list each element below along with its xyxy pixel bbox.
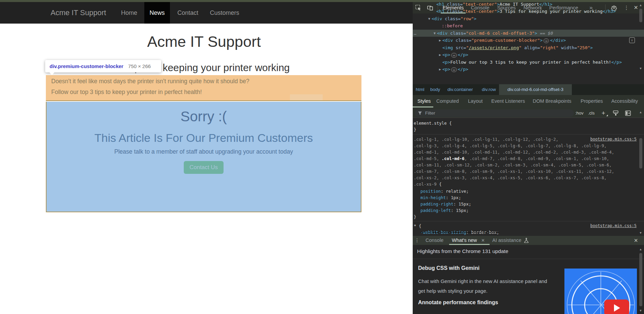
filter-funnel-icon (418, 111, 423, 116)
styles-scrollbar-thumb[interactable] (639, 138, 642, 168)
breadcrumb-div-row[interactable]: div.row (482, 84, 496, 95)
new-style-rule-corner (606, 115, 608, 116)
breadcrumb-html[interactable]: html (416, 84, 425, 95)
reveal-element-icon[interactable]: ↥ (629, 37, 635, 43)
dom-node-col-md-6-selected[interactable]: …▼<div class="col-md-6 col-md-offset-3">… (413, 30, 644, 37)
premium-customer-blocker: Sorry :( This Article Is For Our Premium… (46, 102, 361, 212)
contact-us-button[interactable]: Contact Us (184, 161, 224, 174)
cls-toggle[interactable]: .cls (588, 108, 595, 118)
dom-node-before-pseudo[interactable]: ::before (413, 22, 644, 29)
tree-scrollbar-thumb[interactable] (639, 9, 642, 22)
close-drawer-icon[interactable]: ✕ (633, 236, 639, 245)
tab-accessibility[interactable]: Accessibility (611, 95, 638, 107)
blocker-message: Please talk to a member of staff about u… (47, 148, 361, 155)
drawer-tab-whats-new[interactable]: What's new (452, 236, 477, 245)
nav-item-customers[interactable]: Customers (206, 2, 243, 24)
css-declaration-padding-left[interactable]: padding-left: 15px; (420, 207, 469, 214)
whats-new-title: Highlights from the Chrome 131 update (417, 248, 508, 254)
gutter-more-icon[interactable]: … (414, 30, 416, 37)
drawer-tab-console[interactable]: Console (426, 236, 443, 245)
css-declaration-box-sizing-overridden[interactable]: -webkit-box-sizing: border-box; (420, 229, 499, 236)
scroll-up-icon[interactable]: ▲ (638, 111, 643, 114)
dom-node-div-row[interactable]: ▼<div class="row"> (413, 15, 644, 22)
scroll-down-icon[interactable]: ▼ (638, 309, 643, 312)
elements-tree: <h1 class="text-center">Acme IT Support<… (413, 2, 644, 73)
inspect-tooltip-selector: div.premium-customer-blocker (50, 63, 123, 69)
rendering-brush-icon[interactable] (613, 111, 619, 116)
sidebar-toggle-icon[interactable] (625, 111, 631, 116)
drawer-tab-ai-assistance[interactable]: AI assistance (492, 236, 521, 245)
selector-line: .col-sm-7, .col-sm-8, .col-sm-9, .col-xs… (414, 168, 614, 175)
nav-item-contact[interactable]: Contact (175, 2, 201, 24)
dom-node-p-collapsed[interactable]: ▶<p>…</p> (413, 66, 644, 73)
hov-toggle[interactable]: :hov (575, 108, 584, 118)
whats-new-heading-annotate-performance[interactable]: Annotate performance findings (418, 300, 498, 306)
selector-line: .col-xs-9 { (414, 181, 442, 187)
expand-arrow-icon[interactable]: ▶ (438, 51, 442, 58)
css-declaration-position[interactable]: position: relative; (420, 188, 469, 194)
section-divider (413, 259, 644, 259)
tab-layout[interactable]: Layout (468, 95, 483, 107)
css-declaration-padding-right[interactable]: padding-right: 15px; (420, 201, 471, 207)
selector-line: .col-md-1, .col-md-10, .col-md-11, .col-… (414, 149, 614, 155)
site-brand[interactable]: Acme IT Support (51, 2, 106, 24)
expand-arrow-icon[interactable]: ▼ (432, 30, 437, 37)
whats-new-heading-debug-css[interactable]: Debug CSS with Gemini (418, 265, 479, 271)
scroll-down-icon[interactable]: ▼ (638, 231, 643, 234)
inspect-tooltip-dimensions: 750 × 266 (128, 63, 151, 69)
drawer-menu-icon[interactable]: ⋮ (415, 236, 419, 245)
stylesheet-source-link[interactable]: bootstrap.min.css:5 (590, 223, 637, 229)
whats-new-body-line: Chat with Gemini right in the new AI ass… (418, 278, 547, 284)
dom-node-h3[interactable]: <h3 class="text-center">3 Tips for keepi… (413, 8, 644, 15)
styles-filter-bar: Filter :hov .cls + ▲ (413, 108, 644, 118)
rule-divider (413, 221, 644, 221)
stylesheet-source-link[interactable]: bootstrap.min.css:5 (590, 136, 637, 143)
ai-assistance-flask-icon (524, 238, 529, 243)
rule-divider (413, 134, 644, 134)
expand-arrow-icon[interactable]: ▶ (438, 37, 442, 44)
expand-arrow-icon[interactable]: ▼ (427, 15, 432, 22)
tab-event-listeners[interactable]: Event Listeners (491, 95, 525, 107)
element-style-close: } (414, 126, 416, 133)
devtools-panel: Elements Console Sources Network Perform… (413, 2, 644, 314)
styles-filter-input[interactable]: Filter (415, 109, 574, 117)
scroll-down-icon[interactable]: ▼ (638, 67, 643, 70)
whats-new-video-thumbnail[interactable] (564, 269, 637, 314)
whats-new-scrollbar-thumb[interactable] (639, 253, 642, 306)
close-whats-new-tab-icon[interactable]: ✕ (481, 236, 485, 245)
scroll-up-icon[interactable]: ▲ (638, 3, 643, 7)
tab-dom-breakpoints[interactable]: DOM Breakpoints (533, 95, 571, 107)
expand-arrow-icon[interactable]: ▶ (438, 66, 442, 73)
dom-node-h1[interactable]: <h1 class="text-center">Acme IT Support<… (413, 2, 644, 8)
styles-pane: element.style { } .col-lg-1, .col-lg-10,… (413, 118, 644, 238)
nav-item-news[interactable]: News (144, 2, 170, 24)
new-style-rule-icon[interactable]: + (602, 108, 605, 118)
blocker-subtitle: This Article Is For Our Premium Customer… (47, 131, 361, 145)
rule-close-brace: } (414, 214, 416, 220)
element-style-rule[interactable]: element.style { (414, 120, 452, 126)
elements-breadcrumb: html body div.container div.row div.col-… (413, 84, 644, 95)
dom-node-p-collapsed[interactable]: ▶<p>…</p> (413, 51, 644, 58)
selector-line: .col-xs-2, .col-xs-3, .col-xs-4, .col-xs… (414, 175, 607, 181)
breadcrumb-div-container[interactable]: div.container (447, 84, 473, 95)
dom-node-premium-blocker[interactable]: ▶<div class="premium-customer-blocker">…… (413, 37, 644, 44)
breadcrumb-body[interactable]: body (430, 84, 440, 95)
selector-line: .col-lg-1, .col-lg-10, .col-lg-11, .col-… (414, 136, 558, 143)
blocker-title: Sorry :( (47, 108, 361, 125)
youtube-play-icon[interactable] (604, 300, 629, 314)
breadcrumb-selected-node[interactable]: div.col-md-6.col-md-offset-3 (499, 84, 572, 95)
page-title: Acme IT Support (0, 33, 408, 51)
site-navbar: Acme IT Support Home News Contact Custom… (0, 2, 413, 24)
nav-item-home[interactable]: Home (119, 2, 140, 24)
tab-computed[interactable]: Computed (436, 95, 459, 107)
css-declaration-min-height[interactable]: min-height: 1px; (420, 194, 461, 201)
tab-styles[interactable]: Styles (417, 95, 431, 107)
tab-properties[interactable]: Properties (581, 95, 603, 107)
dom-node-img[interactable]: <img src="/assets/printer.png" align="ri… (413, 44, 644, 51)
selector-line: .col-lg-3, .col-lg-4, .col-lg-5, .col-lg… (414, 143, 607, 149)
dom-node-p-follow[interactable]: <p>Follow our top 3 tips to keep your pr… (413, 59, 644, 66)
inspect-tooltip-arrow (49, 72, 55, 75)
scroll-up-icon[interactable]: ▲ (638, 248, 643, 251)
selector-line: .col-sm-11, .col-sm-12, .col-sm-2, .col-… (414, 162, 612, 168)
active-tab-underline (413, 106, 433, 107)
